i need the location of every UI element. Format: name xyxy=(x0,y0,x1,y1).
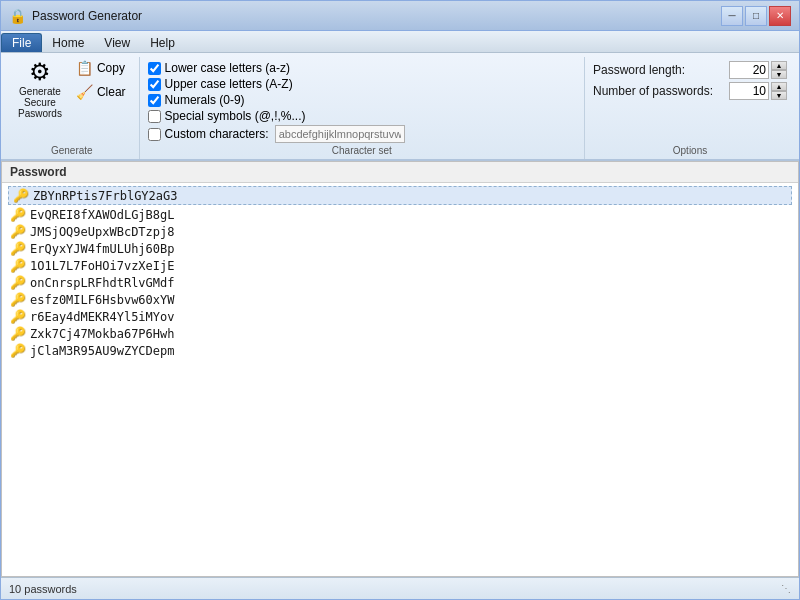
options-group-label: Options xyxy=(593,143,787,159)
password-length-row: Password length: ▲ ▼ xyxy=(593,61,787,79)
password-list: 🔑ZBYnRPtis7FrblGY2aG3🔑EvQREI8fXAWOdLGjB8… xyxy=(2,183,798,361)
password-row[interactable]: 🔑ErQyxYJW4fmULUhj60Bp xyxy=(2,240,798,257)
password-row[interactable]: 🔑esfz0MILF6Hsbvw60xYW xyxy=(2,291,798,308)
key-icon: 🔑 xyxy=(10,207,26,222)
custom-checkbox[interactable] xyxy=(148,128,161,141)
password-length-up[interactable]: ▲ xyxy=(771,61,787,70)
password-length-label: Password length: xyxy=(593,63,723,77)
ribbon-small-btns: 📋 Copy 🧹 Clear xyxy=(71,57,131,103)
menu-item-view[interactable]: View xyxy=(94,33,140,52)
key-icon: 🔑 xyxy=(10,309,26,324)
lowercase-checkbox[interactable] xyxy=(148,62,161,75)
resize-icon: ⋱ xyxy=(781,583,791,594)
numerals-checkbox[interactable] xyxy=(148,94,161,107)
ribbon-generate-content: ⚙ GenerateSecurePaswords 📋 Copy 🧹 Clear xyxy=(13,57,131,143)
close-button[interactable]: ✕ xyxy=(769,6,791,26)
clear-label: Clear xyxy=(97,85,126,99)
special-label: Special symbols (@,!,%...) xyxy=(165,109,306,123)
key-icon: 🔑 xyxy=(10,258,26,273)
clear-button[interactable]: 🧹 Clear xyxy=(71,81,131,103)
password-row[interactable]: 🔑1O1L7L7FoHOi7vzXeIjE xyxy=(2,257,798,274)
num-passwords-label: Number of passwords: xyxy=(593,84,723,98)
numerals-label: Numerals (0-9) xyxy=(165,93,245,107)
password-text: ZBYnRPtis7FrblGY2aG3 xyxy=(33,189,178,203)
status-text: 10 passwords xyxy=(9,583,77,595)
password-length-down[interactable]: ▼ xyxy=(771,70,787,79)
lowercase-label: Lower case letters (a-z) xyxy=(165,61,290,75)
charset-row-3: Numerals (0-9) xyxy=(148,93,576,107)
password-text: Zxk7Cj47Mokba67P6Hwh xyxy=(30,327,175,341)
ribbon-charset-group: Lower case letters (a-z) Upper case lett… xyxy=(140,57,585,159)
gear-icon: ⚙ xyxy=(29,60,51,84)
generate-button[interactable]: ⚙ GenerateSecurePaswords xyxy=(13,57,67,122)
charset-row-4: Special symbols (@,!,%...) xyxy=(148,109,576,123)
password-text: jClaM3R95AU9wZYCDepm xyxy=(30,344,175,358)
app-icon: 🔒 xyxy=(9,8,26,24)
generate-label: GenerateSecurePaswords xyxy=(18,86,62,119)
password-text: JMSjOQ9eUpxWBcDTzpj8 xyxy=(30,225,175,239)
uppercase-checkbox-label[interactable]: Upper case letters (A-Z) xyxy=(148,77,293,91)
key-icon: 🔑 xyxy=(10,292,26,307)
password-text: esfz0MILF6Hsbvw60xYW xyxy=(30,293,175,307)
charset-custom-row: Custom characters: xyxy=(148,125,576,143)
key-icon: 🔑 xyxy=(10,326,26,341)
password-row[interactable]: 🔑onCnrspLRFhdtRlvGMdf xyxy=(2,274,798,291)
uppercase-checkbox[interactable] xyxy=(148,78,161,91)
password-text: EvQREI8fXAWOdLGjB8gL xyxy=(30,208,175,222)
lowercase-checkbox-label[interactable]: Lower case letters (a-z) xyxy=(148,61,290,75)
password-row[interactable]: 🔑r6Eay4dMEKR4Yl5iMYov xyxy=(2,308,798,325)
copy-icon: 📋 xyxy=(76,60,93,76)
num-passwords-up[interactable]: ▲ xyxy=(771,82,787,91)
table-header: Password xyxy=(2,162,798,183)
generate-group-label: Generate xyxy=(13,143,131,159)
title-bar-controls: ─ □ ✕ xyxy=(721,6,791,26)
menu-item-home[interactable]: Home xyxy=(42,33,94,52)
key-icon: 🔑 xyxy=(10,343,26,358)
password-row[interactable]: 🔑ZBYnRPtis7FrblGY2aG3 xyxy=(8,186,792,205)
custom-chars-input[interactable] xyxy=(275,125,405,143)
num-passwords-spinners: ▲ ▼ xyxy=(771,82,787,100)
charset-row-2: Upper case letters (A-Z) xyxy=(148,77,576,91)
title-bar: 🔒 Password Generator ─ □ ✕ xyxy=(1,1,799,31)
num-passwords-row: Number of passwords: ▲ ▼ xyxy=(593,82,787,100)
password-row[interactable]: 🔑JMSjOQ9eUpxWBcDTzpj8 xyxy=(2,223,798,240)
password-text: onCnrspLRFhdtRlvGMdf xyxy=(30,276,175,290)
minimize-button[interactable]: ─ xyxy=(721,6,743,26)
content-area: Password 🔑ZBYnRPtis7FrblGY2aG3🔑EvQREI8fX… xyxy=(1,161,799,577)
maximize-button[interactable]: □ xyxy=(745,6,767,26)
password-text: 1O1L7L7FoHOi7vzXeIjE xyxy=(30,259,175,273)
key-icon: 🔑 xyxy=(13,188,29,203)
ribbon-options-group: Password length: ▲ ▼ Number of passwords… xyxy=(585,57,795,159)
menu-bar: File Home View Help xyxy=(1,31,799,53)
password-text: ErQyxYJW4fmULUhj60Bp xyxy=(30,242,175,256)
num-passwords-input-wrap: ▲ ▼ xyxy=(729,82,787,100)
title-bar-left: 🔒 Password Generator xyxy=(9,8,142,24)
password-length-spinners: ▲ ▼ xyxy=(771,61,787,79)
key-icon: 🔑 xyxy=(10,224,26,239)
password-length-input[interactable] xyxy=(729,61,769,79)
title-bar-title: Password Generator xyxy=(32,9,142,23)
password-row[interactable]: 🔑EvQREI8fXAWOdLGjB8gL xyxy=(2,206,798,223)
menu-item-help[interactable]: Help xyxy=(140,33,185,52)
menu-item-file[interactable]: File xyxy=(1,33,42,52)
key-icon: 🔑 xyxy=(10,241,26,256)
password-text: r6Eay4dMEKR4Yl5iMYov xyxy=(30,310,175,324)
status-bar: 10 passwords ⋱ xyxy=(1,577,799,599)
password-length-input-wrap: ▲ ▼ xyxy=(729,61,787,79)
ribbon-options-content: Password length: ▲ ▼ Number of passwords… xyxy=(593,61,787,143)
key-icon: 🔑 xyxy=(10,275,26,290)
numerals-checkbox-label[interactable]: Numerals (0-9) xyxy=(148,93,245,107)
main-content: Password 🔑ZBYnRPtis7FrblGY2aG3🔑EvQREI8fX… xyxy=(1,161,799,577)
password-row[interactable]: 🔑Zxk7Cj47Mokba67P6Hwh xyxy=(2,325,798,342)
custom-chars-label: Custom characters: xyxy=(165,127,269,141)
password-row[interactable]: 🔑jClaM3R95AU9wZYCDepm xyxy=(2,342,798,359)
special-checkbox[interactable] xyxy=(148,110,161,123)
ribbon-generate-group: ⚙ GenerateSecurePaswords 📋 Copy 🧹 Clear … xyxy=(5,57,140,159)
num-passwords-input[interactable] xyxy=(729,82,769,100)
custom-checkbox-label[interactable]: Custom characters: xyxy=(148,127,269,141)
copy-button[interactable]: 📋 Copy xyxy=(71,57,131,79)
ribbon-charset-content: Lower case letters (a-z) Upper case lett… xyxy=(148,61,576,143)
uppercase-label: Upper case letters (A-Z) xyxy=(165,77,293,91)
special-checkbox-label[interactable]: Special symbols (@,!,%...) xyxy=(148,109,306,123)
num-passwords-down[interactable]: ▼ xyxy=(771,91,787,100)
